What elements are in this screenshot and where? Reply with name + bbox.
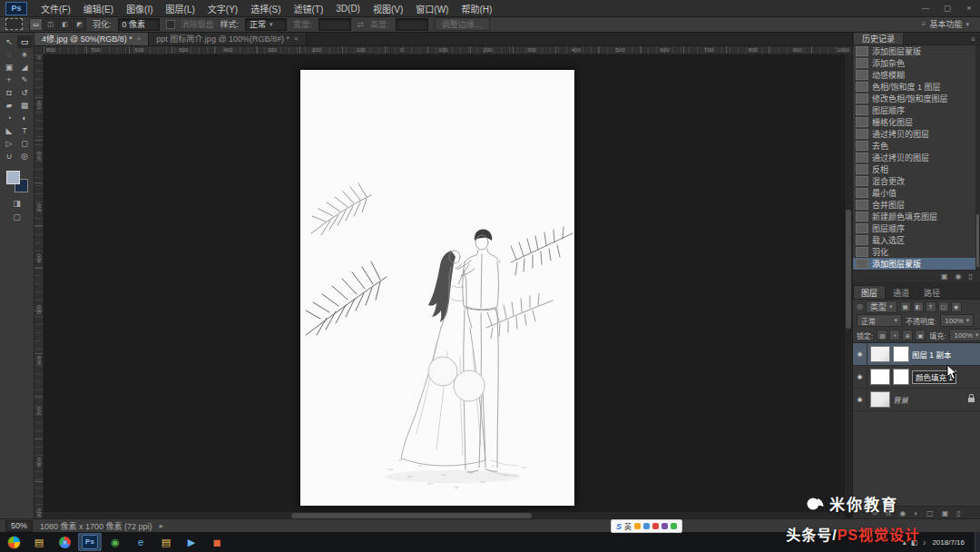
screen-mode-icon[interactable]: ▢ xyxy=(13,212,21,222)
close-tab-icon[interactable]: × xyxy=(137,34,142,43)
feather-input[interactable]: 0 像素 xyxy=(118,18,160,31)
gradient-tool[interactable]: ▦ xyxy=(17,99,33,112)
intersect-selection-icon[interactable]: ◩ xyxy=(73,18,86,31)
menu-image[interactable]: 图像(I) xyxy=(120,0,159,16)
canvas-area[interactable]: 0100200300400500600700800900 xyxy=(34,54,852,519)
history-state-item[interactable]: 通过拷贝的图层 xyxy=(853,152,980,163)
file-explorer-icon[interactable]: ▤ xyxy=(27,533,51,551)
history-state-item[interactable]: 新建颜色填充图层 xyxy=(853,211,980,222)
menu-type[interactable]: 文字(Y) xyxy=(201,0,244,16)
lock-position-icon[interactable]: ⊕ xyxy=(902,330,913,340)
filter-adjustment-layers-icon[interactable]: ◧ xyxy=(913,301,924,312)
blend-mode-select[interactable]: 正常 ▾ xyxy=(857,314,902,327)
lasso-tool[interactable]: ◌ xyxy=(2,48,17,61)
zoom-tool[interactable]: ◎ xyxy=(17,150,33,163)
new-document-from-state-icon[interactable]: ▣ xyxy=(941,272,948,281)
menu-3d[interactable]: 3D(D) xyxy=(329,0,367,16)
adjustment-layer-icon[interactable]: ◐ xyxy=(914,509,918,518)
style-select[interactable]: 正常 ▾ xyxy=(245,18,287,31)
layer-row-background[interactable]: ◉ 背景 xyxy=(853,389,980,411)
history-state-item[interactable]: 混合更改 xyxy=(853,175,980,187)
status-arrow-icon[interactable]: ▸ xyxy=(160,521,164,530)
menu-filter[interactable]: 滤镜(T) xyxy=(288,0,330,16)
tab-channels[interactable]: 通道 xyxy=(886,286,916,299)
history-state-item[interactable]: 羽化 xyxy=(853,246,980,258)
menu-window[interactable]: 窗口(W) xyxy=(409,0,455,16)
filter-smart-objects-icon[interactable]: ◉ xyxy=(951,301,962,312)
new-layer-icon[interactable]: ▣ xyxy=(942,509,949,518)
history-state-item[interactable]: 添加杂色 xyxy=(853,57,980,69)
quick-selection-tool[interactable]: ∗ xyxy=(17,48,33,61)
clone-stamp-tool[interactable]: ◘ xyxy=(2,86,17,99)
history-state-item[interactable]: 修改色相/饱和度图层 xyxy=(853,93,980,104)
antialias-checkbox[interactable] xyxy=(166,20,175,29)
workspace-switcher[interactable]: ≡ 基本功能 ▾ xyxy=(922,18,975,30)
minimize-button[interactable]: — xyxy=(915,0,936,16)
document-tab[interactable]: ppt 图标简介.jpg @ 100%(RGB/8#) * × xyxy=(149,32,306,45)
eyedropper-tool[interactable]: ◢ xyxy=(17,61,33,74)
type-tool[interactable]: T xyxy=(17,124,33,137)
ime-tool-icon[interactable] xyxy=(662,523,668,529)
tab-layers[interactable]: 图层 xyxy=(853,285,886,299)
menu-layer[interactable]: 图层(L) xyxy=(160,0,201,16)
history-brush-tool[interactable]: ↺ xyxy=(17,86,33,99)
tray-volume-icon[interactable]: ♪ xyxy=(922,538,926,547)
swap-dimensions-icon[interactable]: ⇄ xyxy=(358,20,365,29)
brush-tool[interactable]: ✎ xyxy=(17,74,33,86)
layer-mask-thumbnail[interactable] xyxy=(893,346,909,362)
tab-paths[interactable]: 路径 xyxy=(916,286,947,299)
crop-tool[interactable]: ▣ xyxy=(2,61,17,74)
rectangular-marquee-tool[interactable]: ▭ xyxy=(17,35,33,48)
internet-explorer-icon[interactable]: e xyxy=(129,533,152,551)
taskbar-clock[interactable]: 2018/7/16 xyxy=(932,538,968,547)
history-state-item[interactable]: 添加图层蒙版 xyxy=(853,45,980,57)
lock-image-pixels-icon[interactable]: + xyxy=(889,330,900,340)
new-selection-icon[interactable]: ▭ xyxy=(29,18,43,31)
history-state-item[interactable]: 栅格化图层 xyxy=(853,116,980,128)
filter-pixel-layers-icon[interactable]: ▦ xyxy=(900,301,911,312)
filter-type-select[interactable]: 类型 ▾ xyxy=(866,301,897,313)
browser-chrome-icon[interactable] xyxy=(53,533,76,551)
scrollbar-thumb[interactable] xyxy=(976,214,979,267)
filter-type-layers-icon[interactable]: T xyxy=(926,301,936,312)
tool-preset-icon[interactable] xyxy=(5,18,23,30)
spot-healing-brush-tool[interactable]: + xyxy=(2,74,17,86)
menu-select[interactable]: 选择(S) xyxy=(244,0,287,16)
pen-tool[interactable]: ◣ xyxy=(2,124,17,137)
new-group-icon[interactable]: ▢ xyxy=(926,509,934,518)
fill-layer-thumbnail[interactable] xyxy=(870,369,890,385)
history-state-item[interactable]: 通过拷贝的图层 xyxy=(853,128,980,140)
show-desktop-button[interactable] xyxy=(975,532,980,552)
menu-file[interactable]: 文件(F) xyxy=(34,0,77,16)
width-input[interactable] xyxy=(318,18,351,31)
opacity-select[interactable]: 100% ▾ xyxy=(940,314,974,327)
fill-select[interactable]: 100% ▾ xyxy=(949,329,980,341)
hand-tool[interactable]: ∪ xyxy=(2,150,17,163)
ime-logo-icon[interactable]: S xyxy=(616,522,622,531)
tab-history[interactable]: 历史记录 xyxy=(853,31,904,44)
history-state-item[interactable]: 色相/饱和度 1 图层 xyxy=(853,81,980,93)
height-input[interactable] xyxy=(396,18,428,31)
ime-tool-icon[interactable] xyxy=(652,523,659,529)
refine-edge-button[interactable]: 调整边缘… xyxy=(435,17,490,31)
delete-layer-icon[interactable]: ▯ xyxy=(956,509,960,518)
layer-thumbnail[interactable] xyxy=(870,346,890,362)
layer-mask-thumbnail[interactable] xyxy=(893,369,909,385)
visibility-toggle[interactable]: ◉ xyxy=(853,343,867,365)
history-state-item[interactable]: 载入选区 xyxy=(853,234,980,246)
filter-shape-layers-icon[interactable]: ▢ xyxy=(938,301,949,312)
layer-row-layer1-copy[interactable]: ◉ 图层 1 副本 xyxy=(853,343,980,366)
ime-tool-icon[interactable] xyxy=(634,523,641,529)
visibility-toggle[interactable]: ◉ xyxy=(853,366,867,388)
photoshop-icon[interactable]: Ps xyxy=(78,533,102,551)
vertical-scrollbar[interactable] xyxy=(844,54,852,512)
quick-mask-mode-icon[interactable]: ◨ xyxy=(13,199,21,208)
document-tab[interactable]: 4修.jpg @ 50%(RGB/8) * × xyxy=(34,32,149,45)
path-selection-tool[interactable]: ▷ xyxy=(2,137,17,150)
add-to-selection-icon[interactable]: ◫ xyxy=(44,18,57,31)
history-state-item[interactable]: 添加图层蒙版 xyxy=(853,258,980,270)
history-state-item[interactable]: 最小值 xyxy=(853,187,980,199)
dodge-tool[interactable]: ◐ xyxy=(17,112,33,124)
eraser-tool[interactable]: ▰ xyxy=(2,99,17,112)
ime-tool-icon[interactable] xyxy=(643,523,650,529)
